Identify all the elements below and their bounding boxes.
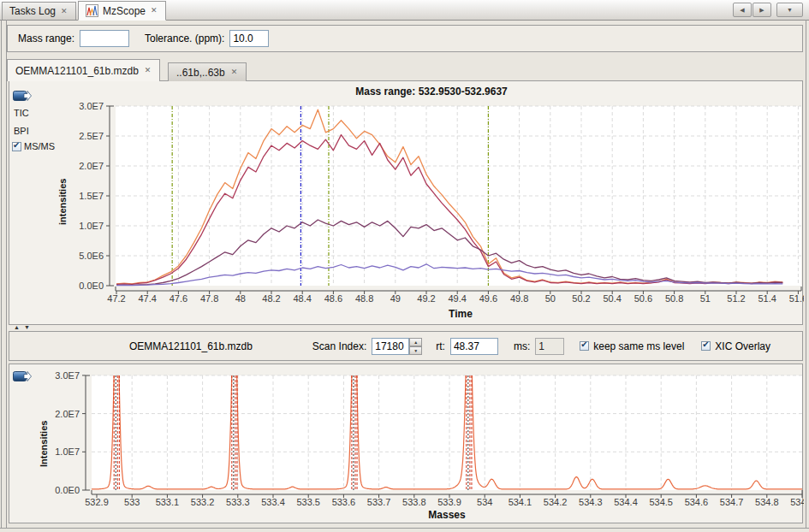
x-tick-label: 51.4 (758, 293, 776, 304)
rt-label: rt: (436, 340, 445, 352)
xic-overlay-toggle[interactable]: ✔ XIC Overlay (701, 340, 770, 352)
keep-ms-level-toggle[interactable]: ✔ keep same ms level (580, 340, 684, 352)
x-tick-label: 51 (700, 293, 711, 304)
tolerance-label: Tolerance. (ppm): (145, 33, 224, 44)
y-tick-label: 1.0E7 (79, 221, 104, 231)
x-tick-label: 533.5 (296, 497, 320, 507)
arrow-left-icon: ◀ (740, 7, 744, 14)
xic-chart[interactable]: 47.247.447.647.84848.248.448.648.84949.2… (9, 81, 804, 326)
tab-mzscope[interactable]: MzScope ✕ (78, 1, 166, 21)
x-tick-label: 532.9 (85, 497, 109, 507)
scan-index-label: Scan Index: (312, 340, 366, 352)
tab-scroll-left-button[interactable]: ◀ (733, 3, 752, 17)
x-tick-label: 47.2 (107, 293, 125, 304)
keep-ms-level-checkbox[interactable]: ✔ (580, 341, 589, 351)
spectrum-panel: 532.9533533.1533.2533.3533.4533.5533.653… (9, 364, 803, 523)
x-tick-label: 534.3 (579, 497, 603, 507)
splitter-handle[interactable]: ▲ ▼ (7, 325, 803, 331)
x-axis-title: Masses (428, 509, 466, 521)
arrow-right-icon: ▶ (759, 7, 764, 14)
close-icon[interactable]: ✕ (150, 7, 158, 15)
x-tick-label: 534.6 (685, 497, 709, 507)
tab-list-dropdown-button[interactable]: ▼ (776, 3, 803, 17)
frame-line (1, 20, 2, 528)
x-tick-label: 50.2 (572, 293, 590, 304)
mzscope-icon (86, 4, 98, 17)
x-tick-label: 49.2 (417, 293, 435, 304)
y-tick-label: 5.0E6 (79, 251, 104, 261)
tab-label: OEMMA121101_61b.mzdb (15, 65, 139, 77)
x-tick-label: 533.6 (332, 497, 356, 507)
scan-index-spinner[interactable]: ▲ ▼ (409, 338, 422, 355)
y-tick-label: 1.5E7 (79, 191, 104, 201)
y-tick-label: 1.0E7 (55, 446, 80, 457)
x-axis-title: Time (449, 308, 473, 320)
frame-line (0, 528, 809, 529)
x-tick-label: 48.6 (324, 293, 342, 304)
close-icon[interactable]: ✕ (144, 67, 152, 74)
sidebar-item-bpi[interactable]: BPI (14, 126, 29, 136)
frame-line (806, 20, 806, 528)
tab-scroll-right-button[interactable]: ▶ (752, 3, 771, 17)
x-tick-label: 47.4 (138, 293, 156, 304)
x-tick-label: 533.8 (402, 497, 426, 507)
tab-label: Tasks Log (9, 5, 56, 17)
spectrum-ylabel: Intensities (39, 421, 49, 467)
x-tick-label: 48.4 (293, 293, 311, 304)
x-tick-label: 47.8 (200, 293, 218, 304)
collapse-up-icon[interactable]: ▲ (14, 324, 20, 330)
doc-tab-mzdb[interactable]: OEMMA121101_61b.mzdb ✕ (7, 59, 160, 81)
x-tick-label: 534.2 (544, 497, 568, 507)
msms-label: MS/MS (24, 141, 55, 151)
xic-panel: 47.247.447.647.84848.248.448.648.84949.2… (9, 80, 803, 325)
ms-level-input (535, 338, 564, 355)
x-tick-label: 533.3 (226, 497, 250, 507)
chevron-down-icon: ▼ (787, 7, 793, 13)
x-tick-label: 533.2 (191, 497, 215, 507)
sidebar-item-tic[interactable]: TIC (14, 108, 29, 118)
filter-toolbar: Mass range: Tolerance. (ppm): (7, 25, 803, 52)
xic-overlay-checkbox[interactable]: ✔ (701, 341, 711, 351)
mass-range-input[interactable] (80, 30, 129, 47)
keep-ms-level-label: keep same ms level (593, 340, 684, 352)
tab-tasks-log[interactable]: Tasks Log ✕ (2, 2, 76, 20)
scan-toolbar: OEMMA121101_61b.mzdb Scan Index: ▲ ▼ rt:… (9, 331, 803, 361)
y-tick-label: 3.0E7 (55, 370, 80, 381)
x-tick-label: 534.4 (614, 497, 638, 507)
collapse-down-icon[interactable]: ▼ (24, 324, 30, 330)
x-tick-label: 533 (124, 497, 140, 507)
x-tick-label: 533.9 (437, 497, 461, 507)
x-tick-label: 533.4 (261, 497, 285, 507)
x-tick-label: 50.4 (603, 293, 621, 304)
x-tick-label: 534.8 (755, 497, 779, 507)
close-icon[interactable]: ✕ (230, 68, 239, 76)
x-tick-label: 49.4 (448, 293, 466, 304)
spinner-down-icon[interactable]: ▼ (409, 346, 422, 355)
msms-checkbox[interactable]: ✔ (12, 142, 21, 151)
y-tick-label: 2.5E7 (79, 131, 104, 141)
x-tick-label: 534.7 (720, 497, 744, 507)
spectrum-chart[interactable]: 532.9533533.1533.2533.3533.4533.5533.653… (9, 364, 804, 524)
x-tick-label: 50 (545, 293, 556, 304)
close-icon[interactable]: ✕ (60, 8, 68, 15)
spinner-up-icon[interactable]: ▲ (409, 338, 422, 346)
file-name: OEMMA121101_61b.mzdb (129, 340, 253, 352)
doc-tab-overlay[interactable]: ..61b,..63b ✕ (168, 62, 247, 81)
x-tick-label: 47.6 (170, 293, 187, 304)
rt-input[interactable] (450, 338, 498, 355)
x-tick-label: 51.6 (789, 293, 804, 304)
x-tick-label: 533.7 (367, 497, 391, 507)
x-tick-label: 48.2 (262, 293, 280, 304)
scan-index-input[interactable] (372, 338, 409, 355)
xic-title: Mass range: 532.9530-532.9637 (61, 86, 802, 98)
tolerance-input[interactable] (229, 30, 269, 47)
y-tick-label: 2.0E7 (79, 161, 104, 171)
ms-label: ms: (514, 340, 530, 352)
sidebar-item-msms[interactable]: ✔ MS/MS (12, 141, 55, 151)
y-tick-label: 0.0E0 (79, 281, 104, 291)
x-tick-label: 48 (235, 293, 246, 304)
y-tick-label: 0.0E0 (55, 485, 80, 495)
x-tick-label: 534.9 (790, 497, 804, 507)
plot-background (92, 375, 802, 490)
xic-ylabel: intensities (57, 179, 68, 225)
